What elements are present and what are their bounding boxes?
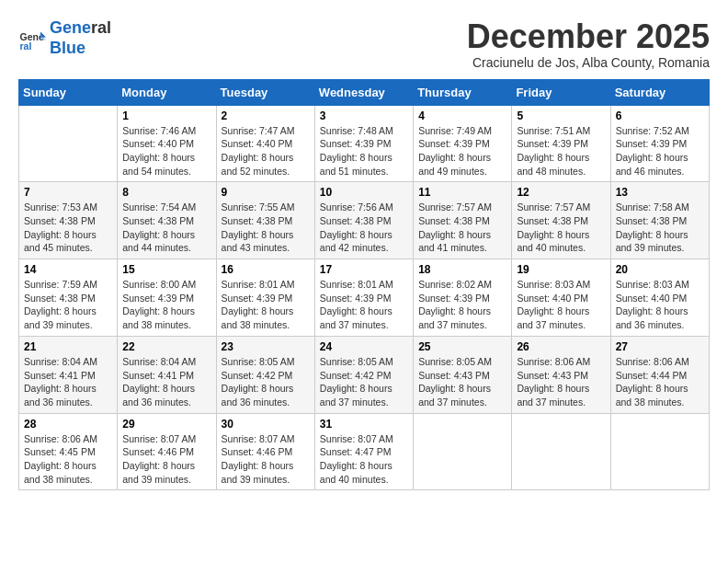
day-number: 4 — [418, 109, 506, 122]
calendar-cell — [610, 413, 709, 490]
day-info: Sunrise: 7:58 AM Sunset: 4:38 PM Dayligh… — [616, 201, 704, 255]
calendar-cell: 17Sunrise: 8:01 AM Sunset: 4:39 PM Dayli… — [314, 259, 413, 337]
day-info: Sunrise: 8:07 AM Sunset: 4:46 PM Dayligh… — [222, 432, 310, 487]
day-number: 27 — [616, 340, 704, 353]
day-number: 14 — [24, 263, 112, 276]
day-info: Sunrise: 8:05 AM Sunset: 4:43 PM Dayligh… — [418, 355, 506, 409]
calendar-cell: 28Sunrise: 8:06 AM Sunset: 4:45 PM Dayli… — [19, 413, 118, 490]
day-info: Sunrise: 7:55 AM Sunset: 4:38 PM Dayligh… — [222, 201, 310, 255]
day-info: Sunrise: 7:49 AM Sunset: 4:39 PM Dayligh… — [418, 124, 506, 178]
calendar-cell: 13Sunrise: 7:58 AM Sunset: 4:38 PM Dayli… — [610, 182, 709, 259]
calendar-cell: 25Sunrise: 8:05 AM Sunset: 4:43 PM Dayli… — [414, 336, 512, 413]
day-info: Sunrise: 7:53 AM Sunset: 4:38 PM Dayligh… — [24, 201, 112, 255]
day-info: Sunrise: 7:54 AM Sunset: 4:38 PM Dayligh… — [122, 201, 210, 255]
logo: Gene ral GeneralBlue — [18, 18, 111, 58]
day-number: 13 — [616, 186, 704, 199]
calendar-cell: 23Sunrise: 8:05 AM Sunset: 4:42 PM Dayli… — [216, 336, 314, 413]
day-number: 8 — [122, 186, 210, 199]
location-subtitle: Craciunelu de Jos, Alba County, Romania — [467, 55, 710, 70]
calendar-cell: 27Sunrise: 8:06 AM Sunset: 4:44 PM Dayli… — [610, 336, 709, 413]
header-wednesday: Wednesday — [314, 79, 413, 105]
day-info: Sunrise: 7:52 AM Sunset: 4:39 PM Dayligh… — [616, 124, 704, 178]
day-number: 10 — [320, 186, 408, 199]
calendar-week-4: 21Sunrise: 8:04 AM Sunset: 4:41 PM Dayli… — [19, 336, 710, 413]
calendar-cell — [414, 413, 512, 490]
calendar-cell: 26Sunrise: 8:06 AM Sunset: 4:43 PM Dayli… — [512, 336, 610, 413]
day-number: 26 — [517, 340, 605, 353]
day-info: Sunrise: 8:00 AM Sunset: 4:39 PM Dayligh… — [122, 278, 210, 332]
day-number: 22 — [122, 340, 210, 353]
calendar-week-2: 7Sunrise: 7:53 AM Sunset: 4:38 PM Daylig… — [19, 182, 710, 259]
day-number: 1 — [122, 109, 210, 122]
calendar-cell: 12Sunrise: 7:57 AM Sunset: 4:38 PM Dayli… — [512, 182, 610, 259]
calendar-cell: 18Sunrise: 8:02 AM Sunset: 4:39 PM Dayli… — [414, 259, 512, 337]
calendar-cell: 6Sunrise: 7:52 AM Sunset: 4:39 PM Daylig… — [610, 105, 709, 182]
calendar-cell: 1Sunrise: 7:46 AM Sunset: 4:40 PM Daylig… — [118, 105, 216, 182]
day-info: Sunrise: 8:05 AM Sunset: 4:42 PM Dayligh… — [320, 355, 408, 409]
logo-text: GeneralBlue — [50, 18, 111, 58]
day-number: 15 — [122, 263, 210, 276]
calendar-week-5: 28Sunrise: 8:06 AM Sunset: 4:45 PM Dayli… — [19, 413, 710, 490]
day-info: Sunrise: 8:07 AM Sunset: 4:47 PM Dayligh… — [320, 432, 408, 487]
day-number: 12 — [517, 186, 605, 199]
day-info: Sunrise: 8:05 AM Sunset: 4:42 PM Dayligh… — [222, 355, 310, 409]
day-number: 18 — [418, 263, 506, 276]
day-number: 5 — [517, 109, 605, 122]
header-monday: Monday — [118, 79, 216, 105]
day-number: 24 — [320, 340, 408, 353]
calendar-cell: 15Sunrise: 8:00 AM Sunset: 4:39 PM Dayli… — [118, 259, 216, 337]
calendar-cell: 11Sunrise: 7:57 AM Sunset: 4:38 PM Dayli… — [414, 182, 512, 259]
calendar-cell: 29Sunrise: 8:07 AM Sunset: 4:46 PM Dayli… — [118, 413, 216, 490]
calendar-cell: 4Sunrise: 7:49 AM Sunset: 4:39 PM Daylig… — [414, 105, 512, 182]
calendar-cell: 5Sunrise: 7:51 AM Sunset: 4:39 PM Daylig… — [512, 105, 610, 182]
day-number: 6 — [616, 109, 704, 122]
day-info: Sunrise: 7:56 AM Sunset: 4:38 PM Dayligh… — [320, 201, 408, 255]
day-number: 21 — [24, 340, 112, 353]
calendar-cell: 24Sunrise: 8:05 AM Sunset: 4:42 PM Dayli… — [314, 336, 413, 413]
page-header: Gene ral GeneralBlue December 2025 Craci… — [18, 18, 710, 70]
day-number: 20 — [616, 263, 704, 276]
day-info: Sunrise: 8:03 AM Sunset: 4:40 PM Dayligh… — [517, 278, 605, 332]
day-info: Sunrise: 8:02 AM Sunset: 4:39 PM Dayligh… — [418, 278, 506, 332]
calendar-week-3: 14Sunrise: 7:59 AM Sunset: 4:38 PM Dayli… — [19, 259, 710, 337]
calendar-cell: 19Sunrise: 8:03 AM Sunset: 4:40 PM Dayli… — [512, 259, 610, 337]
calendar-cell: 20Sunrise: 8:03 AM Sunset: 4:40 PM Dayli… — [610, 259, 709, 337]
calendar-title: December 2025 — [467, 18, 710, 55]
calendar-cell: 2Sunrise: 7:47 AM Sunset: 4:40 PM Daylig… — [216, 105, 314, 182]
svg-text:ral: ral — [20, 40, 32, 52]
day-number: 9 — [222, 186, 310, 199]
day-number: 31 — [320, 418, 408, 431]
calendar-cell: 7Sunrise: 7:53 AM Sunset: 4:38 PM Daylig… — [19, 182, 118, 259]
calendar-cell — [512, 413, 610, 490]
header-sunday: Sunday — [19, 79, 118, 105]
calendar-cell: 8Sunrise: 7:54 AM Sunset: 4:38 PM Daylig… — [118, 182, 216, 259]
calendar-cell — [19, 105, 118, 182]
calendar-cell: 22Sunrise: 8:04 AM Sunset: 4:41 PM Dayli… — [118, 336, 216, 413]
day-info: Sunrise: 8:07 AM Sunset: 4:46 PM Dayligh… — [122, 432, 210, 487]
calendar-cell: 3Sunrise: 7:48 AM Sunset: 4:39 PM Daylig… — [314, 105, 413, 182]
calendar-header-row: SundayMondayTuesdayWednesdayThursdayFrid… — [19, 79, 710, 105]
calendar-cell: 16Sunrise: 8:01 AM Sunset: 4:39 PM Dayli… — [216, 259, 314, 337]
day-number: 23 — [222, 340, 310, 353]
day-number: 28 — [24, 418, 112, 431]
calendar-week-1: 1Sunrise: 7:46 AM Sunset: 4:40 PM Daylig… — [19, 105, 710, 182]
calendar-cell: 10Sunrise: 7:56 AM Sunset: 4:38 PM Dayli… — [314, 182, 413, 259]
calendar-cell: 21Sunrise: 8:04 AM Sunset: 4:41 PM Dayli… — [19, 336, 118, 413]
day-number: 29 — [122, 418, 210, 431]
day-number: 3 — [320, 109, 408, 122]
day-info: Sunrise: 8:01 AM Sunset: 4:39 PM Dayligh… — [320, 278, 408, 332]
day-number: 17 — [320, 263, 408, 276]
header-tuesday: Tuesday — [216, 79, 314, 105]
title-block: December 2025 Craciunelu de Jos, Alba Co… — [467, 18, 710, 70]
day-number: 2 — [222, 109, 310, 122]
calendar-cell: 31Sunrise: 8:07 AM Sunset: 4:47 PM Dayli… — [314, 413, 413, 490]
day-number: 25 — [418, 340, 506, 353]
day-info: Sunrise: 8:06 AM Sunset: 4:43 PM Dayligh… — [517, 355, 605, 409]
day-info: Sunrise: 7:47 AM Sunset: 4:40 PM Dayligh… — [222, 124, 310, 178]
calendar-table: SundayMondayTuesdayWednesdayThursdayFrid… — [18, 79, 710, 491]
day-info: Sunrise: 7:57 AM Sunset: 4:38 PM Dayligh… — [418, 201, 506, 255]
day-info: Sunrise: 7:59 AM Sunset: 4:38 PM Dayligh… — [24, 278, 112, 332]
header-thursday: Thursday — [414, 79, 512, 105]
day-info: Sunrise: 8:01 AM Sunset: 4:39 PM Dayligh… — [222, 278, 310, 332]
calendar-cell: 14Sunrise: 7:59 AM Sunset: 4:38 PM Dayli… — [19, 259, 118, 337]
